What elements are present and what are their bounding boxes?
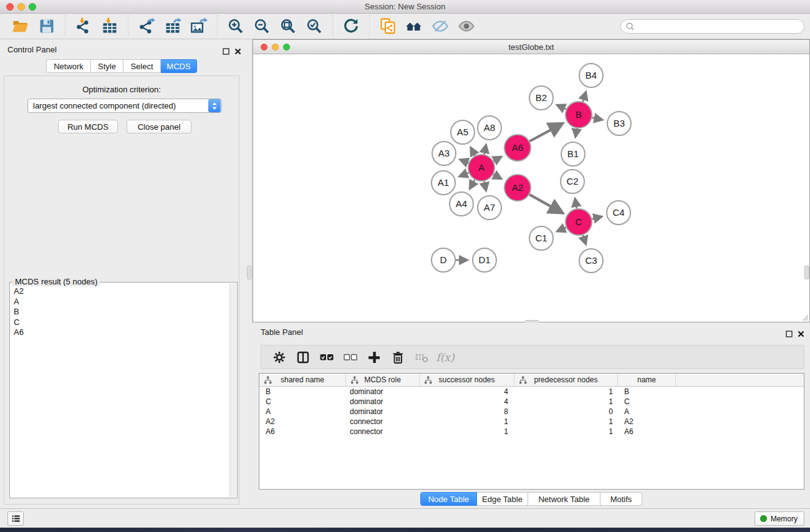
export-network-icon[interactable] (135, 16, 158, 37)
table-cell[interactable]: A6 (618, 427, 676, 437)
table-cell[interactable]: A2 (259, 417, 346, 427)
columns-icon[interactable] (292, 348, 314, 367)
mcds-result-item[interactable]: A2 (14, 286, 229, 297)
first-neighbors-icon[interactable] (403, 16, 425, 37)
edge-A2-C[interactable] (529, 195, 563, 213)
table-cell[interactable]: 1 (514, 427, 618, 437)
table-close-panel-icon[interactable] (798, 329, 804, 340)
table-cell[interactable]: C (259, 397, 346, 407)
graph-node-B4[interactable]: B4 (579, 64, 603, 87)
network-canvas[interactable]: B4 B2 B B3 A5 A8 A6 A3 B1 A C2 A1 A2 A4 … (253, 54, 809, 322)
table-cell[interactable]: B (259, 387, 346, 397)
table-row[interactable]: A6connector11A6 (259, 427, 804, 437)
column-header-successor-nodes[interactable]: successor nodes (420, 374, 514, 386)
settings-icon[interactable] (269, 348, 290, 367)
column-header-shared-name[interactable]: shared name (259, 374, 346, 386)
graph-node-A[interactable]: A (468, 155, 494, 181)
memory-button[interactable]: Memory (755, 511, 804, 526)
show-panels-button[interactable] (7, 511, 24, 526)
vertical-splitter-handle-right[interactable] (804, 266, 809, 279)
edge-B-B2[interactable] (557, 105, 566, 109)
table-float-panel-icon[interactable] (786, 329, 793, 340)
column-header-MCDS-role[interactable]: MCDS role (346, 374, 420, 386)
new-network-from-selection-icon[interactable] (377, 16, 399, 37)
table-cell[interactable]: connector (346, 417, 420, 427)
graph-node-D[interactable]: D (432, 248, 455, 272)
import-network-icon[interactable] (72, 16, 95, 37)
graph-node-C2[interactable]: C2 (561, 170, 584, 193)
graph-node-B3[interactable]: B3 (607, 112, 631, 135)
hide-selected-icon[interactable] (429, 16, 451, 37)
edge-A-A6[interactable] (493, 157, 501, 161)
network-window-titlebar[interactable]: testGlobe.txt (253, 40, 809, 54)
table-cell[interactable]: B (618, 387, 676, 397)
optimization-criterion-dropdown[interactable]: largest connected component (directed) (27, 99, 222, 113)
edge-C-C3[interactable] (583, 235, 586, 244)
edge-A-A7[interactable] (484, 181, 486, 191)
graph-node-D1[interactable]: D1 (473, 248, 496, 272)
table-cell[interactable]: 1 (514, 397, 618, 407)
graph-node-A4[interactable]: A4 (450, 192, 473, 216)
graph-node-A5[interactable]: A5 (451, 120, 475, 144)
table-cell[interactable]: A2 (618, 417, 676, 427)
zoom-out-icon[interactable] (251, 16, 273, 37)
edge-A-A5[interactable] (471, 147, 475, 156)
tab-node-table[interactable]: Node Table (420, 492, 477, 506)
edge-C-C1[interactable] (557, 228, 566, 232)
graph-node-A6[interactable]: A6 (504, 135, 531, 161)
table-cell[interactable]: A (259, 407, 346, 417)
close-panel-button[interactable]: Close panel (127, 120, 191, 133)
table-row[interactable]: Adominator80A (259, 407, 804, 417)
table-cell[interactable]: 4 (420, 387, 514, 397)
mcds-result-item[interactable]: A6 (14, 327, 229, 338)
tab-edge-table[interactable]: Edge Table (477, 492, 528, 506)
deselect-all-icon[interactable] (340, 348, 361, 367)
zoom-in-icon[interactable] (224, 16, 247, 37)
table-cell[interactable]: 4 (420, 397, 514, 407)
edge-B-B1[interactable] (576, 128, 577, 138)
window-resize-grip[interactable] (801, 314, 809, 321)
search-input[interactable] (635, 21, 804, 32)
table-cell[interactable]: A (618, 407, 676, 417)
select-all-icon[interactable] (316, 348, 337, 367)
edge-A-A8[interactable] (484, 145, 486, 155)
column-header-predecessor-nodes[interactable]: predecessor nodes (514, 374, 618, 386)
graph-node-A7[interactable]: A7 (478, 196, 501, 220)
table-cell[interactable]: A6 (259, 427, 346, 437)
export-table-icon[interactable] (162, 16, 184, 37)
search-field[interactable] (620, 19, 804, 34)
edge-B-B3[interactable] (592, 118, 603, 120)
tab-select[interactable]: Select (123, 59, 161, 73)
graph-node-B1[interactable]: B1 (561, 142, 585, 166)
tab-mcds[interactable]: MCDS (161, 59, 197, 73)
edge-C-C2[interactable] (575, 198, 577, 209)
edge-A-A3[interactable] (460, 160, 468, 163)
mcds-result-scrollbar[interactable] (229, 283, 236, 497)
table-cell[interactable]: 1 (420, 427, 514, 437)
tab-motifs[interactable]: Motifs (600, 492, 642, 506)
table-cell[interactable]: dominator (346, 407, 420, 417)
add-icon[interactable] (364, 348, 385, 367)
graph-node-B2[interactable]: B2 (529, 86, 553, 110)
save-session-icon[interactable] (36, 16, 58, 37)
table-cell[interactable]: connector (346, 427, 420, 437)
graph-node-A8[interactable]: A8 (478, 116, 501, 140)
zoom-fit-icon[interactable] (277, 16, 299, 37)
vertical-splitter-handle-left[interactable] (247, 266, 252, 279)
edge-B-B4[interactable] (583, 92, 586, 102)
table-cell[interactable]: 1 (420, 417, 514, 427)
graph-node-C3[interactable]: C3 (579, 249, 603, 273)
table-row[interactable]: Bdominator41B (259, 387, 804, 397)
table-cell[interactable]: 1 (514, 417, 618, 427)
mcds-result-list[interactable]: A2ABCA6 (10, 284, 229, 498)
mcds-result-item[interactable]: B (14, 307, 229, 317)
graph-node-C4[interactable]: C4 (607, 201, 630, 225)
graph-node-A1[interactable]: A1 (432, 171, 455, 195)
export-image-icon[interactable] (188, 16, 210, 37)
run-mcds-button[interactable]: Run MCDS (58, 120, 118, 133)
table-row[interactable]: A2connector11A2 (259, 417, 804, 427)
refresh-icon[interactable] (340, 16, 362, 37)
mcds-result-item[interactable]: A (14, 297, 229, 307)
open-session-icon[interactable] (9, 16, 32, 37)
tab-network-table[interactable]: Network Table (528, 492, 600, 506)
